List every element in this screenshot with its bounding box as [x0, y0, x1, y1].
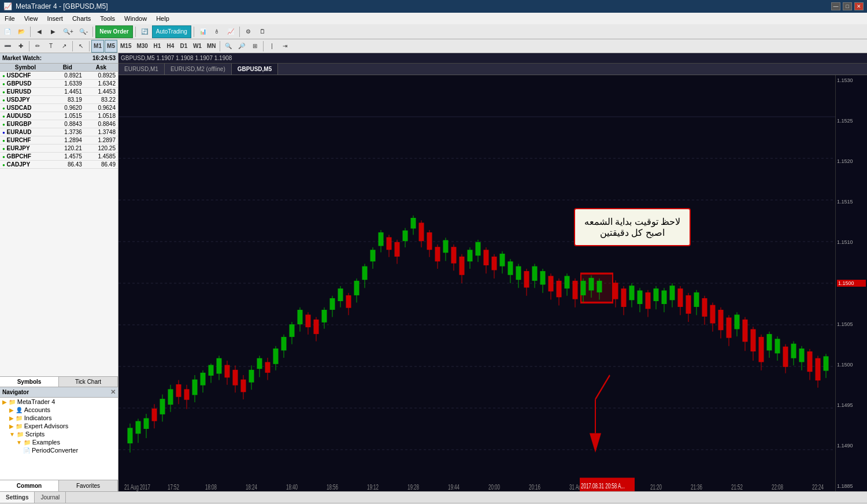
chart-tab-eurusdm2[interactable]: EURUSD,M2 (offline)	[165, 64, 232, 75]
menu-file[interactable]: File	[0, 14, 20, 23]
nav-indicators[interactable]: ▶ 📁 Indicators	[0, 414, 118, 422]
close-button[interactable]: ✕	[854, 2, 864, 10]
menu-window[interactable]: Window	[120, 14, 151, 23]
price-6: 1.1500	[837, 280, 866, 287]
svg-rect-87	[435, 247, 440, 261]
menu-help[interactable]: Help	[151, 14, 174, 23]
minimize-button[interactable]: —	[831, 2, 840, 10]
svg-rect-27	[192, 380, 197, 394]
market-watch-row[interactable]: ● CADJPY 86.43 86.49	[0, 161, 118, 169]
period-m30[interactable]: M30	[134, 40, 150, 53]
back-btn[interactable]: ◀	[33, 25, 46, 38]
period-h1[interactable]: H1	[151, 40, 164, 53]
bid-cell: 0.9620	[51, 104, 84, 112]
market-watch-scroll[interactable]: Symbol Bid Ask ● USDCHF 0.8921 0.8925 ● …	[0, 64, 118, 376]
svg-rect-67	[354, 281, 359, 295]
market-watch-row[interactable]: ● AUDUSD 1.0515 1.0518	[0, 112, 118, 120]
grid-btn[interactable]: ⊞	[249, 40, 261, 53]
menu-insert[interactable]: Insert	[42, 14, 68, 23]
chart-tab-gbpusdm5[interactable]: GBPUSD,M5	[232, 64, 278, 75]
chart-svg: 21 Aug 2017 17:52 18:08 18:24 18:40 18:5…	[118, 75, 835, 491]
market-watch-row[interactable]: ● USDCHF 0.8921 0.8925	[0, 72, 118, 80]
period-sep-btn[interactable]: |	[265, 40, 278, 53]
market-watch-row[interactable]: ● EURUSD 1.4451 1.4453	[0, 88, 118, 96]
navigator-close[interactable]: ✕	[110, 388, 116, 396]
nav-metatrader4[interactable]: ▶ 📁 MetaTrader 4	[0, 398, 118, 406]
svg-rect-174	[791, 344, 796, 357]
market-watch-row[interactable]: ● GBPCHF 1.4575 1.4585	[0, 153, 118, 161]
pen-tool[interactable]: ✏	[31, 40, 44, 53]
cursor-tool[interactable]: ↖	[75, 40, 87, 53]
ask-cell: 1.0518	[84, 112, 118, 120]
new-order-button[interactable]: New Order	[95, 25, 133, 38]
chart-candle-btn[interactable]: 🕯	[210, 25, 223, 38]
refresh-btn[interactable]: 🔄	[138, 25, 151, 38]
nav-accounts[interactable]: ▶ 👤 Accounts	[0, 406, 118, 414]
cross-tool[interactable]: ✚	[14, 40, 27, 53]
chart-content[interactable]: 21 Aug 2017 17:52 18:08 18:24 18:40 18:5…	[118, 75, 835, 491]
zoom-in-btn[interactable]: 🔍+	[61, 25, 76, 38]
tab-journal[interactable]: Journal	[35, 492, 66, 503]
market-watch-row[interactable]: ● EURGBP 0.8843 0.8846	[0, 120, 118, 128]
annotation-box: لاحظ توقيت بداية الشمعه اصبح كل دقيقتين	[574, 208, 691, 246]
maximize-button[interactable]: □	[843, 2, 852, 10]
market-watch-row[interactable]: ● USDJPY 83.19 83.22	[0, 96, 118, 104]
nav-periodconverter[interactable]: 📄 PeriodConverter	[0, 446, 118, 454]
line-tool[interactable]: ➖	[1, 40, 14, 53]
nav-expert-advisors[interactable]: ▶ 📁 Expert Advisors	[0, 422, 118, 430]
open-btn[interactable]: 📂	[15, 25, 28, 38]
period-h4[interactable]: H4	[164, 40, 177, 53]
nav-tab-favorites[interactable]: Favorites	[59, 480, 118, 491]
svg-rect-69	[362, 267, 367, 280]
arrow-tool[interactable]: ↗	[58, 40, 71, 53]
chart-line-btn[interactable]: 📈	[224, 25, 237, 38]
nav-scripts[interactable]: ▼ 📁 Scripts	[0, 430, 118, 438]
svg-rect-43	[257, 359, 262, 369]
period-d1[interactable]: D1	[177, 40, 190, 53]
tab-settings[interactable]: Settings	[0, 492, 35, 503]
tab-tick-chart[interactable]: Tick Chart	[59, 377, 118, 387]
chart-bar-btn[interactable]: 📊	[197, 25, 209, 38]
zoom-out-icon[interactable]: 🔎	[235, 40, 248, 53]
autotrading-button[interactable]: AutoTrading	[152, 25, 191, 38]
bid-cell: 1.6339	[51, 80, 84, 88]
period-m1[interactable]: M1	[91, 40, 104, 53]
market-watch-row[interactable]: ● EURCHF 1.2894 1.2897	[0, 136, 118, 144]
svg-text:20:00: 20:00	[488, 483, 500, 491]
bottom-tabs: Settings Journal	[0, 492, 867, 503]
market-watch-row[interactable]: ● USDCAD 0.9620 0.9624	[0, 104, 118, 112]
svg-rect-158	[727, 318, 731, 337]
menu-tools[interactable]: Tools	[95, 14, 120, 23]
svg-rect-152	[702, 299, 707, 316]
zoom-out-btn[interactable]: 🔍-	[77, 25, 90, 38]
chart-tab-eurusdm1[interactable]: EURUSD,M1	[118, 64, 165, 75]
tab-symbols[interactable]: Symbols	[0, 377, 59, 387]
nav-examples[interactable]: ▼ 📁 Examples	[0, 438, 118, 446]
period-mn[interactable]: MN	[205, 40, 218, 53]
prop-btn[interactable]: ⚙	[242, 25, 255, 38]
market-watch-row[interactable]: ● EURJPY 120.21 120.25	[0, 144, 118, 153]
nav-tab-common[interactable]: Common	[0, 480, 59, 491]
svg-rect-160	[735, 315, 739, 328]
market-watch-row[interactable]: ● GBPUSD 1.6339 1.6342	[0, 80, 118, 88]
svg-rect-53	[298, 310, 302, 324]
bid-cell: 86.43	[51, 161, 84, 169]
zoom-icon[interactable]: 🔍	[222, 40, 235, 53]
period-m15[interactable]: M15	[118, 40, 134, 53]
market-watch-row[interactable]: ● EURAUD 1.3736 1.3748	[0, 128, 118, 136]
period-m5[interactable]: M5	[105, 40, 117, 53]
shift-btn[interactable]: ⇥	[279, 40, 291, 53]
svg-rect-130	[613, 283, 618, 299]
sep8	[89, 41, 90, 51]
svg-rect-57	[314, 320, 318, 333]
menu-charts[interactable]: Charts	[68, 14, 95, 23]
tpl-btn[interactable]: 🗒	[256, 25, 269, 38]
period-w1[interactable]: W1	[191, 40, 204, 53]
market-watch-time: 16:24:53	[92, 55, 116, 61]
svg-rect-166	[759, 338, 764, 362]
fwd-btn[interactable]: ▶	[47, 25, 60, 38]
ask-cell: 0.8925	[84, 72, 118, 80]
menu-view[interactable]: View	[20, 14, 43, 23]
new-btn[interactable]: 📄	[1, 25, 14, 38]
text-tool[interactable]: T	[45, 40, 57, 53]
